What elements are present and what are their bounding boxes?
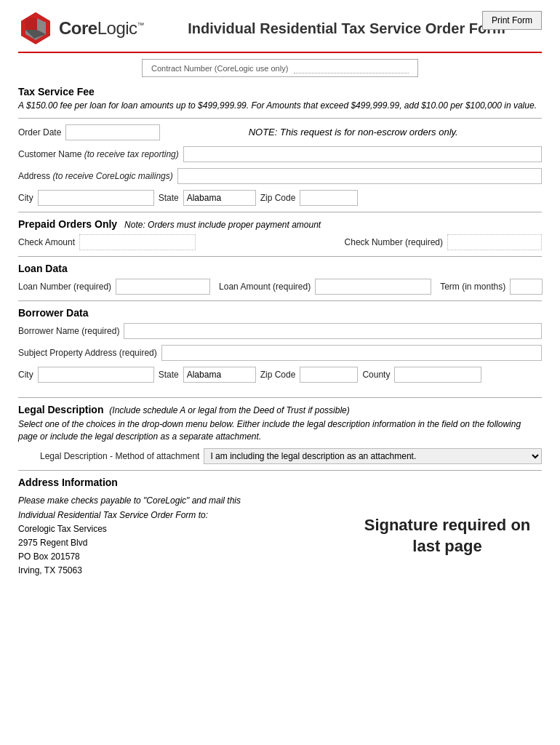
divider-5	[18, 397, 542, 398]
customer-name-label: Customer Name (to receive tax reporting)	[18, 149, 179, 159]
legal-description-select[interactable]: I am including the legal description as …	[204, 448, 542, 464]
subject-address-input[interactable]	[161, 345, 542, 361]
contract-number-input[interactable]	[294, 63, 409, 73]
addr-line2: Individual Residential Tax Service Order…	[18, 509, 241, 522]
subject-address-row: Subject Property Address (required)	[18, 345, 542, 361]
address-information-left: Please make checks payable to "CoreLogic…	[18, 494, 241, 578]
legal-method-label: Legal Description - Method of attachment	[40, 451, 199, 461]
prepaid-orders-title: Prepaid Orders Only Note: Orders must in…	[18, 218, 542, 230]
borrower-city-input[interactable]	[38, 367, 154, 383]
zip-input[interactable]	[300, 190, 358, 206]
divider-3	[18, 256, 542, 257]
customer-name-input[interactable]	[183, 146, 542, 162]
page-header: CoreLogic™ Individual Residential Tax Se…	[18, 11, 542, 46]
county-label: County	[362, 370, 390, 380]
city-input[interactable]	[38, 190, 154, 206]
city-state-zip-row: City State Zip Code	[18, 190, 542, 206]
tax-service-fee-note: A $150.00 fee per loan for loan amounts …	[18, 100, 542, 112]
address-label: Address (to receive CoreLogic mailings)	[18, 171, 173, 181]
county-input[interactable]	[394, 367, 481, 383]
term-input[interactable]	[510, 279, 543, 295]
borrower-data-title: Borrower Data	[18, 307, 542, 319]
term-label: Term (in months)	[440, 282, 505, 292]
contract-number-label: Contract Number (CoreLogic use only)	[151, 64, 288, 73]
logo-text: CoreLogic™	[59, 18, 144, 39]
contract-number-box: Contract Number (CoreLogic use only)	[142, 59, 418, 77]
divider-6	[18, 470, 542, 471]
tax-service-fee-title: Tax Service Fee	[18, 86, 542, 97]
zip-label: Zip Code	[260, 193, 296, 203]
address-information-title: Address Information	[18, 477, 542, 488]
corelogic-logo-icon	[18, 11, 53, 46]
borrower-name-label: Borrower Name (required)	[18, 326, 119, 336]
loan-row: Loan Number (required) Loan Amount (requ…	[18, 279, 542, 295]
non-escrow-note: NOTE: This request is for non-escrow ord…	[164, 127, 542, 138]
borrower-name-input[interactable]	[124, 323, 542, 339]
borrower-city-state-zip-row: City State Zip Code County	[18, 367, 542, 383]
tax-service-fee-section: Tax Service Fee A $150.00 fee per loan f…	[18, 86, 542, 112]
borrower-city-label: City	[18, 370, 33, 380]
header-divider	[18, 52, 542, 53]
borrower-zip-input[interactable]	[300, 367, 358, 383]
check-amount-input[interactable]	[79, 234, 196, 250]
addr-street: 2975 Regent Blvd	[18, 536, 241, 550]
svg-rect-4	[25, 18, 37, 30]
loan-data-title: Loan Data	[18, 263, 542, 274]
state-input[interactable]	[183, 190, 256, 206]
check-number-label: Check Number (required)	[345, 237, 443, 247]
legal-description-row: Legal Description - Method of attachment…	[18, 448, 542, 464]
addr-city-state-zip: Irving, TX 75063	[18, 564, 241, 578]
order-date-label: Order Date	[18, 127, 61, 138]
addr-line1: Please make checks payable to "CoreLogic…	[18, 494, 241, 508]
divider-4	[18, 300, 542, 301]
state-label: State	[159, 193, 179, 203]
subject-address-label: Subject Property Address (required)	[18, 348, 157, 358]
customer-name-row: Customer Name (to receive tax reporting)	[18, 146, 542, 162]
address-input[interactable]	[177, 168, 542, 184]
borrower-name-row: Borrower Name (required)	[18, 323, 542, 339]
legal-description-section: Legal Description (Include schedule A or…	[18, 404, 542, 415]
print-form-button[interactable]: Print Form	[482, 11, 542, 30]
check-row: Check Amount Check Number (required)	[18, 234, 542, 250]
borrower-state-input[interactable]	[183, 367, 256, 383]
loan-number-input[interactable]	[116, 279, 210, 295]
signature-required-text: Signature required on last page	[353, 515, 542, 557]
loan-number-label: Loan Number (required)	[18, 282, 111, 292]
addr-po-box: PO Box 201578	[18, 550, 241, 564]
check-number-input[interactable]	[447, 234, 542, 250]
legal-description-para: Select one of the choices in the drop-do…	[18, 418, 542, 443]
logo-area: CoreLogic™	[18, 11, 144, 46]
check-amount-label: Check Amount	[18, 237, 75, 247]
addr-company: Corelogic Tax Services	[18, 522, 241, 536]
contract-number-row: Contract Number (CoreLogic use only)	[18, 59, 542, 77]
borrower-state-label: State	[159, 370, 179, 380]
address-information-section: Please make checks payable to "CoreLogic…	[18, 494, 542, 578]
loan-amount-input[interactable]	[315, 279, 431, 295]
divider-2	[18, 212, 542, 212]
order-date-input[interactable]	[65, 124, 160, 140]
divider-1	[18, 118, 542, 119]
address-row: Address (to receive CoreLogic mailings)	[18, 168, 542, 184]
loan-amount-label: Loan Amount (required)	[219, 282, 311, 292]
order-date-row: Order Date NOTE: This request is for non…	[18, 124, 542, 140]
borrower-zip-label: Zip Code	[260, 370, 296, 380]
city-label: City	[18, 193, 33, 203]
